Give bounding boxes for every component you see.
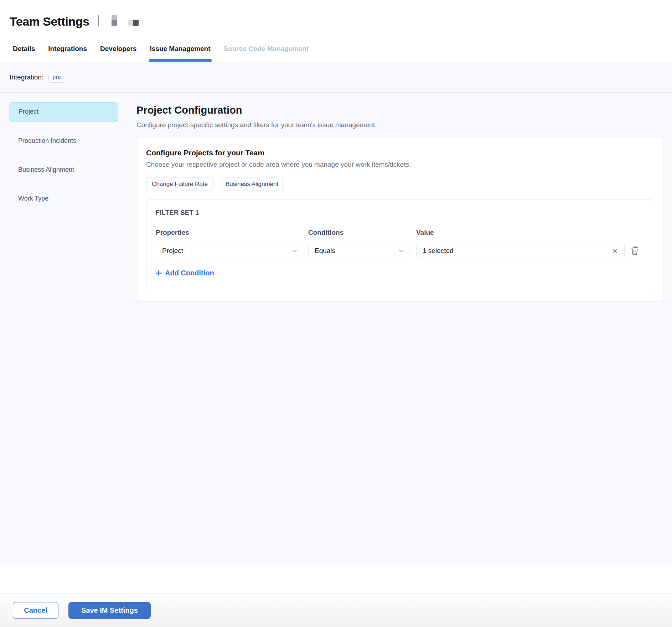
title-separator xyxy=(98,15,99,26)
properties-label: Properties xyxy=(156,229,303,237)
redacted-block xyxy=(112,15,117,20)
tab-bar: Details Integrations Developers Issue Ma… xyxy=(0,36,672,62)
header: Team Settings xyxy=(0,0,672,36)
value-label: Value xyxy=(416,229,625,237)
chip-business-alignment[interactable]: Business Alignment xyxy=(220,177,284,191)
tab-integrations[interactable]: Integrations xyxy=(48,36,87,62)
conditions-column: Conditions Equals xyxy=(308,229,409,259)
plus-icon xyxy=(156,270,162,276)
add-condition-label: Add Condition xyxy=(165,269,214,277)
delete-filter-button[interactable] xyxy=(629,244,640,257)
redacted-block xyxy=(133,20,139,26)
sidebar-item-business-alignment[interactable]: Business Alignment xyxy=(9,160,118,179)
filter-set-title: FILTER SET 1 xyxy=(156,209,645,217)
value-selected-count: 1 selected xyxy=(423,247,454,255)
content-area: Project Production Incidents Business Al… xyxy=(0,93,672,565)
tab-details[interactable]: Details xyxy=(13,36,35,62)
integration-label: Integration: xyxy=(10,73,43,81)
chip-change-failure-rate[interactable]: Change Failure Rate xyxy=(146,177,213,191)
sidebar-item-work-type[interactable]: Work Type xyxy=(9,189,118,208)
trash-icon xyxy=(630,245,640,255)
filter-row: Properties Project Conditions Equals xyxy=(156,229,645,259)
tab-issue-management[interactable]: Issue Management xyxy=(150,36,211,62)
clear-x-icon: ✕ xyxy=(612,247,618,255)
redacted-team-name xyxy=(112,15,117,26)
sidebar-item-project[interactable]: Project xyxy=(9,102,118,121)
save-im-settings-button[interactable]: Save IM Settings xyxy=(68,602,151,619)
sidebar-item-production-incidents[interactable]: Production Incidents xyxy=(9,131,118,150)
clear-value-button[interactable]: ✕ xyxy=(611,248,619,254)
integration-badge: jira xyxy=(48,72,65,83)
conditions-label: Conditions xyxy=(308,229,409,237)
tab-source-code-management: Source Code Management xyxy=(224,36,309,62)
card-subtitle: Choose your respective project or code a… xyxy=(146,161,654,169)
value-multiselect[interactable]: 1 selected ✕ xyxy=(416,243,625,259)
chevron-down-icon xyxy=(398,248,404,254)
redacted-block xyxy=(128,20,133,26)
page-title: Team Settings xyxy=(10,16,89,27)
delete-filter-cell xyxy=(625,243,645,259)
value-column: Value 1 selected ✕ xyxy=(416,229,625,259)
condition-select[interactable]: Equals xyxy=(308,243,409,259)
configure-projects-card: Configure Projects for your Team Choose … xyxy=(136,138,663,301)
main-panel: Project Configuration Configure project-… xyxy=(127,93,672,565)
section-title: Project Configuration xyxy=(136,104,663,116)
tab-developers[interactable]: Developers xyxy=(100,36,136,62)
sidebar: Project Production Incidents Business Al… xyxy=(0,93,127,565)
redacted-block xyxy=(112,20,117,26)
chevron-down-icon xyxy=(292,248,298,254)
footer-spacer xyxy=(0,565,672,594)
property-select[interactable]: Project xyxy=(156,243,303,259)
add-condition-button[interactable]: Add Condition xyxy=(156,269,214,277)
integration-row: Integration: jira xyxy=(0,62,672,93)
redacted-team-name xyxy=(128,20,139,26)
project-chips: Change Failure Rate Business Alignment xyxy=(146,177,654,191)
card-title: Configure Projects for your Team xyxy=(146,149,654,157)
footer-action-bar: Cancel Save IM Settings xyxy=(0,594,672,627)
properties-column: Properties Project xyxy=(156,229,303,259)
section-subtitle: Configure project-specific settings and … xyxy=(136,121,663,129)
condition-select-value: Equals xyxy=(315,247,335,255)
filter-set-1: FILTER SET 1 Properties Project Conditio… xyxy=(146,200,654,292)
cancel-button[interactable]: Cancel xyxy=(13,602,58,619)
property-select-value: Project xyxy=(162,247,183,255)
